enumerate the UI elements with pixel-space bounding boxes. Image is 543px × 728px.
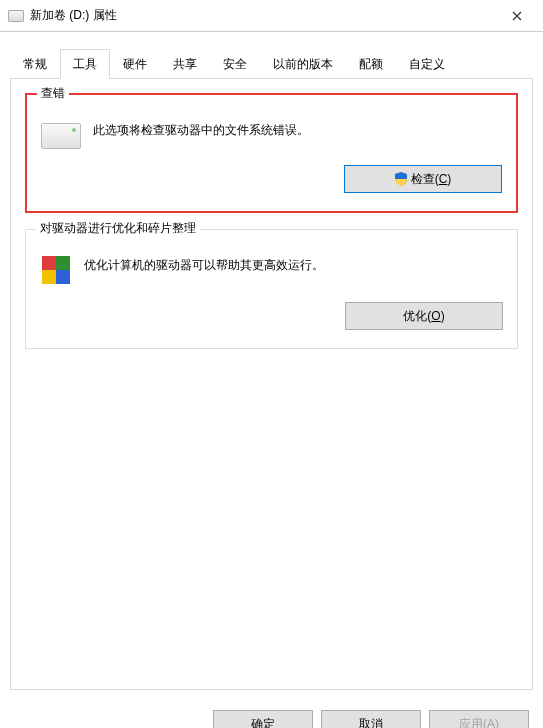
- cancel-label: 取消: [359, 716, 383, 729]
- cancel-button[interactable]: 取消: [321, 710, 421, 728]
- tab-label: 安全: [223, 57, 247, 71]
- tab-label: 以前的版本: [273, 57, 333, 71]
- defrag-icon: [40, 254, 72, 286]
- apply-label: 应用(A): [459, 716, 499, 729]
- group-legend-check: 查错: [37, 85, 69, 102]
- tab-label: 配额: [359, 57, 383, 71]
- tab-sharing[interactable]: 共享: [160, 49, 210, 79]
- check-button[interactable]: 检查(C): [344, 165, 502, 193]
- tab-label: 常规: [23, 57, 47, 71]
- group-error-checking: 查错 此选项将检查驱动器中的文件系统错误。 检查(C): [25, 93, 518, 213]
- window-title: 新加卷 (D:) 属性: [30, 7, 117, 24]
- ok-button[interactable]: 确定: [213, 710, 313, 728]
- titlebar: 新加卷 (D:) 属性: [0, 0, 543, 32]
- tab-quota[interactable]: 配额: [346, 49, 396, 79]
- tab-tools[interactable]: 工具: [60, 49, 110, 79]
- check-description: 此选项将检查驱动器中的文件系统错误。: [93, 117, 502, 140]
- tab-customize[interactable]: 自定义: [396, 49, 458, 79]
- tab-content: 查错 此选项将检查驱动器中的文件系统错误。 检查(C) 对驱动器进行优化和碎片整…: [10, 78, 533, 690]
- tab-security[interactable]: 安全: [210, 49, 260, 79]
- shield-icon: [395, 172, 407, 186]
- group-optimize: 对驱动器进行优化和碎片整理 优化计算机的驱动器可以帮助其更高效运行。 优化(O): [25, 229, 518, 349]
- group-legend-optimize: 对驱动器进行优化和碎片整理: [36, 220, 200, 237]
- optimize-button[interactable]: 优化(O): [345, 302, 503, 330]
- tab-label: 自定义: [409, 57, 445, 71]
- tab-hardware[interactable]: 硬件: [110, 49, 160, 79]
- check-button-label: 检查(C): [411, 171, 452, 188]
- close-icon: [512, 11, 522, 21]
- tab-label: 共享: [173, 57, 197, 71]
- tab-label: 硬件: [123, 57, 147, 71]
- dialog-button-row: 确定 取消 应用(A): [0, 700, 543, 728]
- ok-label: 确定: [251, 716, 275, 729]
- apply-button[interactable]: 应用(A): [429, 710, 529, 728]
- optimize-button-label: 优化(O): [403, 308, 444, 325]
- tab-bar: 常规 工具 硬件 共享 安全 以前的版本 配额 自定义: [0, 32, 543, 78]
- tab-general[interactable]: 常规: [10, 49, 60, 79]
- tab-label: 工具: [73, 57, 97, 71]
- optimize-description: 优化计算机的驱动器可以帮助其更高效运行。: [84, 252, 503, 275]
- drive-icon: [8, 10, 24, 22]
- close-button[interactable]: [495, 2, 539, 30]
- tab-previous-versions[interactable]: 以前的版本: [260, 49, 346, 79]
- drive-icon: [41, 123, 81, 149]
